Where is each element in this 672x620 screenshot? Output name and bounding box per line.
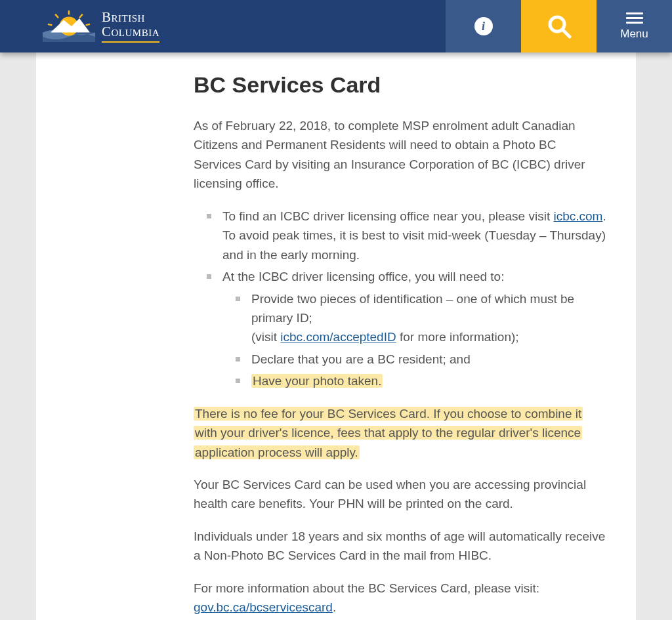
site-header: British Columbia i Menu [0, 0, 672, 52]
site-logo[interactable]: British Columbia [43, 10, 159, 43]
bc-logo-icon [43, 10, 95, 42]
list-item: Have your photo taken. [236, 371, 606, 390]
highlighted-text: Have your photo taken. [251, 374, 383, 388]
logo-text: British Columbia [102, 10, 159, 43]
bcservicescard-link[interactable]: gov.bc.ca/bcservicescard [194, 600, 333, 614]
accepted-id-link[interactable]: icbc.com/acceptedID [280, 330, 396, 344]
menu-button[interactable]: Menu [597, 0, 672, 52]
list-item: Declare that you are a BC resident; and [236, 350, 606, 369]
svg-line-4 [79, 14, 83, 18]
menu-label: Menu [620, 28, 648, 41]
info-button[interactable]: i [446, 0, 521, 52]
hamburger-icon [626, 12, 643, 24]
svg-line-3 [55, 14, 58, 18]
info-icon: i [474, 17, 493, 35]
page-container: BC Services Card As of February 22, 2018… [36, 52, 636, 620]
main-content: BC Services Card As of February 22, 2018… [194, 72, 606, 617]
sub-list: Provide two pieces of identification – o… [236, 289, 606, 391]
requirements-list: To find an ICBC driver licensing office … [207, 207, 606, 391]
search-icon [546, 13, 572, 39]
list-item: Provide two pieces of identification – o… [236, 289, 606, 347]
intro-paragraph: As of February 22, 2018, to complete MSP… [194, 116, 606, 194]
fee-paragraph: There is no fee for your BC Services Car… [194, 404, 606, 462]
svg-line-6 [86, 24, 90, 26]
under18-paragraph: Individuals under 18 years and six month… [194, 527, 606, 566]
list-item: At the ICBC driver licensing office, you… [207, 267, 606, 391]
use-paragraph: Your BC Services Card can be used when y… [194, 475, 606, 514]
svg-line-8 [562, 30, 570, 37]
page-title: BC Services Card [194, 72, 606, 98]
list-item: To find an ICBC driver licensing office … [207, 207, 606, 264]
highlighted-text: There is no fee for your BC Services Car… [194, 407, 583, 459]
icbc-link[interactable]: icbc.com [553, 209, 602, 223]
svg-line-5 [48, 24, 52, 26]
logo-area: British Columbia [0, 0, 446, 52]
more-info-paragraph: For more information about the BC Servic… [194, 579, 606, 617]
search-button[interactable] [521, 0, 597, 52]
